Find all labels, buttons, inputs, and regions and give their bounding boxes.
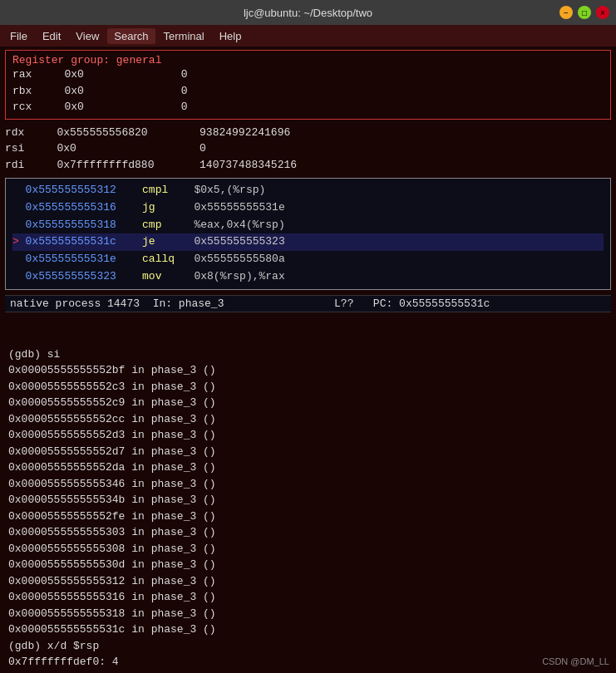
gdb-line: 0x0000555555555312 in phase_3 () (8, 573, 608, 590)
asm-row: 0x55555555531e callq 0x55555555580a (12, 251, 604, 268)
close-button[interactable]: × (596, 6, 609, 19)
maximize-button[interactable]: □ (578, 6, 591, 19)
register-row: rdx 0x555555556820 93824992241696 (5, 125, 611, 141)
menu-item-search[interactable]: Search (107, 28, 155, 44)
gdb-line: 0x0000555555555316 in phase_3 () (8, 589, 608, 606)
register-row: rbx 0x0 0 (12, 83, 604, 100)
menu-item-help[interactable]: Help (213, 28, 249, 44)
main-content: Register group: general rax 0x0 0rbx 0x0… (0, 47, 616, 673)
gdb-line: 0x00005555555552d7 in phase_3 () (8, 444, 608, 460)
gdb-lines: (gdb) si0x00005555555552bf in phase_3 ()… (8, 346, 608, 670)
menu-bar: FileEditViewSearchTerminalHelp (0, 25, 616, 47)
asm-row: 0x555555555316 jg 0x55555555531e (12, 199, 604, 217)
gdb-line: 0x00005555555552bf in phase_3 () (8, 362, 608, 379)
unboxed-registers: rdx 0x555555556820 93824992241696rsi 0x0… (5, 125, 611, 174)
gdb-line: (gdb) si (8, 346, 608, 363)
assembly-section: 0x555555555312 cmpl $0x5,(%rsp) 0x555555… (5, 178, 611, 290)
gdb-line: 0x00005555555552d3 in phase_3 () (8, 427, 608, 444)
asm-row: 0x555555555323 mov 0x8(%rsp),%rax (12, 268, 604, 286)
gdb-line: 0x00005555555552cc in phase_3 () (8, 411, 608, 428)
gdb-line: 0x0000555555555318 in phase_3 () (8, 606, 608, 622)
status-bar: native process 14473 In: phase_3 L?? PC:… (5, 295, 611, 312)
gdb-line: 0x00005555555552c3 in phase_3 () (8, 379, 608, 395)
register-row: rax 0x0 0 (12, 66, 604, 83)
boxed-registers: rax 0x0 0rbx 0x0 0rcx 0x0 0 (12, 66, 604, 115)
register-section: Register group: general rax 0x0 0rbx 0x0… (5, 50, 611, 120)
gdb-line: (gdb) x/d $rsp (8, 638, 608, 655)
asm-row: 0x555555555312 cmpl $0x5,(%rsp) (12, 182, 604, 199)
minimize-button[interactable]: − (559, 6, 573, 19)
gdb-line: 0x0000555555555308 in phase_3 () (8, 541, 608, 558)
watermark: CSDN @DM_LL (542, 656, 609, 666)
gdb-line: 0x000055555555531c in phase_3 () (8, 621, 608, 638)
title-bar: ljc@ubuntu: ~/Desktop/two − □ × (0, 0, 616, 25)
menu-item-edit[interactable]: Edit (36, 28, 67, 44)
menu-item-terminal[interactable]: Terminal (157, 28, 211, 44)
gdb-line: 0x000055555555534b in phase_3 () (8, 492, 608, 508)
gdb-line: 0x00005555555552fe in phase_3 () (8, 508, 608, 525)
asm-row: > 0x55555555531c je 0x555555555323 (12, 233, 604, 251)
window-controls: − □ × (559, 6, 609, 19)
register-header: Register group: general (12, 54, 604, 66)
gdb-line: 0x00005555555552c9 in phase_3 () (8, 395, 608, 411)
register-row: rsi 0x0 0 (5, 140, 611, 157)
register-row: rdi 0x7ffffffffd880 140737488345216 (5, 157, 611, 174)
gdb-output: (gdb) si0x00005555555552bf in phase_3 ()… (5, 312, 611, 670)
menu-item-file[interactable]: File (3, 28, 34, 44)
asm-rows: 0x555555555312 cmpl $0x5,(%rsp) 0x555555… (12, 182, 604, 286)
window-title: ljc@ubuntu: ~/Desktop/two (57, 7, 559, 19)
gdb-line: 0x00005555555552da in phase_3 () (8, 459, 608, 476)
gdb-line: 0x7fffffffdef0: 4 (8, 654, 608, 670)
asm-row: 0x555555555318 cmp %eax,0x4(%rsp) (12, 217, 604, 234)
gdb-line: 0x0000555555555346 in phase_3 () (8, 476, 608, 493)
register-row: rcx 0x0 0 (12, 99, 604, 115)
gdb-line: 0x000055555555530d in phase_3 () (8, 557, 608, 573)
gdb-line: 0x0000555555555303 in phase_3 () (8, 524, 608, 541)
menu-item-view[interactable]: View (69, 28, 106, 44)
